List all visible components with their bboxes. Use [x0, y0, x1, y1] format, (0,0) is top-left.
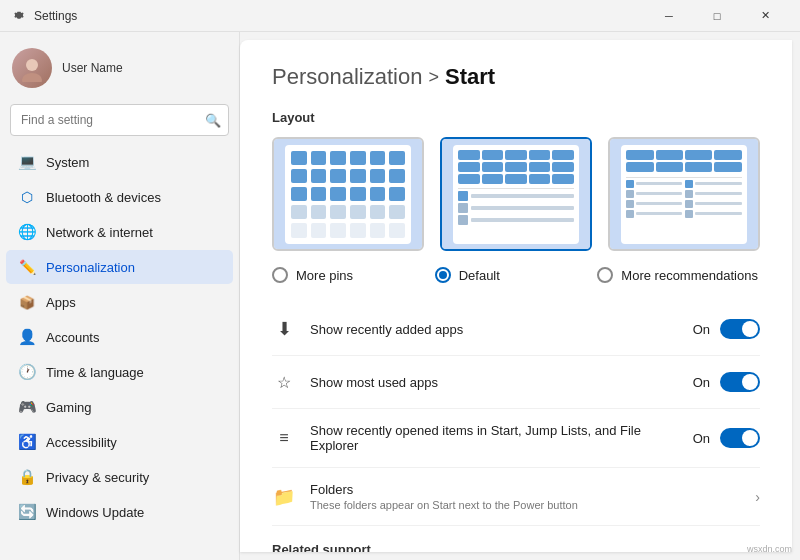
avatar-inner — [12, 48, 52, 88]
breadcrumb-separator: > — [428, 67, 439, 88]
avatar — [12, 48, 52, 88]
sidebar-item-network[interactable]: 🌐 Network & internet — [6, 215, 233, 249]
titlebar-left: Settings — [12, 9, 77, 23]
sidebar-item-windows-update[interactable]: 🔄 Windows Update — [6, 495, 233, 529]
breadcrumb-current: Start — [445, 64, 495, 90]
folders-text: Folders These folders appear on Start ne… — [310, 482, 741, 511]
minimize-button[interactable]: ─ — [646, 0, 692, 32]
layout-card-more-recs[interactable] — [608, 137, 760, 251]
sidebar-item-system[interactable]: 💻 System — [6, 145, 233, 179]
recently-added-text: Show recently added apps — [310, 322, 679, 337]
layout-option-label: More recommendations — [621, 268, 758, 283]
most-used-text: Show most used apps — [310, 375, 679, 390]
recently-opened-text: Show recently opened items in Start, Jum… — [310, 423, 679, 453]
toggle-knob — [742, 374, 758, 390]
privacy-icon: 🔒 — [18, 468, 36, 486]
layout-card-img-more-pins — [274, 139, 422, 249]
sidebar-item-label: Accessibility — [46, 435, 117, 450]
system-icon: 💻 — [18, 153, 36, 171]
layout-option-more-pins[interactable]: More pins — [272, 267, 435, 283]
network-icon: 🌐 — [18, 223, 36, 241]
folders-right: › — [755, 489, 760, 505]
most-used-toggle-label: On — [693, 375, 710, 390]
user-profile[interactable]: User Name — [0, 40, 239, 100]
bluetooth-icon: ⬡ — [18, 188, 36, 206]
sidebar: User Name 🔍 💻 System ⬡ Bluetooth & devic… — [0, 32, 240, 560]
folders-label: Folders — [310, 482, 741, 497]
settings-row-folders[interactable]: 📁 Folders These folders appear on Start … — [272, 468, 760, 526]
chevron-right-icon: › — [755, 489, 760, 505]
sidebar-item-time[interactable]: 🕐 Time & language — [6, 355, 233, 389]
svg-point-0 — [26, 59, 38, 71]
settings-row-recently-opened: ≡ Show recently opened items in Start, J… — [272, 409, 760, 468]
accounts-icon: 👤 — [18, 328, 36, 346]
recently-opened-toggle[interactable] — [720, 428, 760, 448]
sidebar-item-label: Privacy & security — [46, 470, 149, 485]
most-used-toggle[interactable] — [720, 372, 760, 392]
search-input[interactable] — [10, 104, 229, 136]
recently-opened-toggle-label: On — [693, 431, 710, 446]
layout-card-more-pins[interactable] — [272, 137, 424, 251]
recently-opened-label: Show recently opened items in Start, Jum… — [310, 423, 679, 453]
toggle-knob — [742, 430, 758, 446]
sidebar-item-label: Network & internet — [46, 225, 153, 240]
sidebar-item-apps[interactable]: 📦 Apps — [6, 285, 233, 319]
layout-card-img-more-recs — [610, 139, 758, 249]
sidebar-item-label: Time & language — [46, 365, 144, 380]
folders-icon: 📁 — [272, 485, 296, 509]
layout-cards — [272, 137, 760, 251]
recently-added-right: On — [693, 319, 760, 339]
titlebar-title: Settings — [34, 9, 77, 23]
sidebar-nav: 💻 System ⬡ Bluetooth & devices 🌐 Network… — [0, 144, 239, 530]
folders-sublabel: These folders appear on Start next to th… — [310, 499, 741, 511]
sidebar-item-label: Apps — [46, 295, 76, 310]
layout-option-default[interactable]: Default — [435, 267, 598, 283]
layout-card-default[interactable] — [440, 137, 592, 251]
recently-added-toggle[interactable] — [720, 319, 760, 339]
radio-more-pins[interactable] — [272, 267, 288, 283]
windows-update-icon: 🔄 — [18, 503, 36, 521]
sidebar-item-bluetooth[interactable]: ⬡ Bluetooth & devices — [6, 180, 233, 214]
breadcrumb: Personalization > Start — [272, 64, 760, 90]
layout-options: More pins Default More recommendations — [272, 267, 760, 283]
user-name: User Name — [62, 61, 123, 75]
sidebar-item-gaming[interactable]: 🎮 Gaming — [6, 390, 233, 424]
radio-default[interactable] — [435, 267, 451, 283]
sidebar-item-label: Gaming — [46, 400, 92, 415]
breadcrumb-parent[interactable]: Personalization — [272, 64, 422, 90]
related-support: Related support — [272, 526, 760, 552]
layout-option-more-recs[interactable]: More recommendations — [597, 267, 760, 283]
settings-icon — [12, 9, 26, 23]
svg-point-1 — [22, 73, 42, 82]
most-used-right: On — [693, 372, 760, 392]
recently-opened-right: On — [693, 428, 760, 448]
layout-section-title: Layout — [272, 110, 760, 125]
settings-row-recently-added: ⬇ Show recently added apps On — [272, 303, 760, 356]
sidebar-item-label: Bluetooth & devices — [46, 190, 161, 205]
sidebar-item-label: System — [46, 155, 89, 170]
sidebar-item-label: Accounts — [46, 330, 99, 345]
maximize-button[interactable]: □ — [694, 0, 740, 32]
sidebar-item-accessibility[interactable]: ♿ Accessibility — [6, 425, 233, 459]
recently-added-icon: ⬇ — [272, 317, 296, 341]
close-button[interactable]: ✕ — [742, 0, 788, 32]
sidebar-item-privacy[interactable]: 🔒 Privacy & security — [6, 460, 233, 494]
search-box: 🔍 — [10, 104, 229, 136]
app-container: User Name 🔍 💻 System ⬡ Bluetooth & devic… — [0, 32, 800, 560]
sidebar-item-label: Windows Update — [46, 505, 144, 520]
personalization-icon: ✏️ — [18, 258, 36, 276]
radio-more-recs[interactable] — [597, 267, 613, 283]
apps-icon: 📦 — [18, 293, 36, 311]
layout-option-label: Default — [459, 268, 500, 283]
sidebar-item-personalization[interactable]: ✏️ Personalization — [6, 250, 233, 284]
sidebar-item-accounts[interactable]: 👤 Accounts — [6, 320, 233, 354]
time-icon: 🕐 — [18, 363, 36, 381]
layout-card-img-default — [442, 139, 590, 249]
titlebar: Settings ─ □ ✕ — [0, 0, 800, 32]
radio-default-inner — [439, 271, 447, 279]
toggle-knob — [742, 321, 758, 337]
settings-row-most-used: ☆ Show most used apps On — [272, 356, 760, 409]
main-content: Personalization > Start Layout — [240, 40, 792, 552]
recently-opened-icon: ≡ — [272, 426, 296, 450]
layout-option-label: More pins — [296, 268, 353, 283]
